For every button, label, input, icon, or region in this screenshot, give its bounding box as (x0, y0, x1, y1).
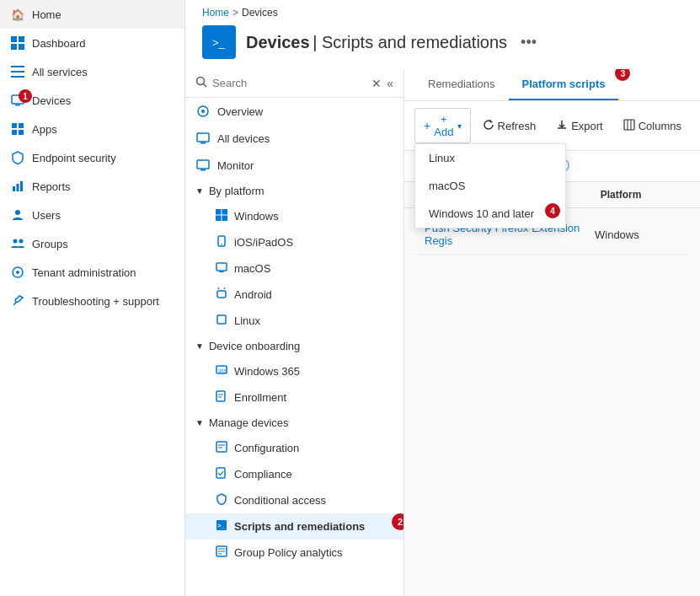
columns-button[interactable]: Columns (615, 115, 690, 137)
tab-platform-scripts[interactable]: Platform scripts 3 (509, 69, 619, 100)
sidebar-item-tenant-administration[interactable]: Tenant administration (0, 258, 184, 287)
nav-ios-ipados[interactable]: iOS/iPadOS (185, 229, 403, 255)
nav-compliance-label: Compliance (234, 468, 292, 481)
nav-enrollment[interactable]: Enrollment (185, 384, 403, 411)
search-input[interactable] (212, 77, 366, 89)
nav-macos[interactable]: macOS (185, 255, 403, 282)
tab-platform-scripts-label: Platform scripts (522, 78, 606, 90)
sidebar-item-users[interactable]: Users (0, 201, 184, 229)
sidebar-item-devices[interactable]: Devices 1 (0, 86, 184, 115)
more-options-icon[interactable]: ••• (521, 34, 537, 51)
page-header: >_ Devices | Scripts and remediations ••… (185, 22, 700, 69)
sidebar-label-home: Home (32, 8, 61, 21)
sidebar-item-endpoint-security[interactable]: Endpoint security (0, 143, 184, 172)
nav-section-by-platform[interactable]: ▼ By platform (185, 179, 403, 203)
nav-windows[interactable]: Windows (185, 203, 403, 229)
nav-windows-365[interactable]: 365 Windows 365 (185, 358, 403, 384)
tenant-administration-icon (10, 265, 25, 280)
sidebar-item-groups[interactable]: Groups (0, 229, 184, 258)
tab-remediations[interactable]: Remediations (414, 69, 509, 100)
nav-overview[interactable]: Overview (185, 98, 403, 125)
svg-rect-5 (11, 71, 24, 72)
main-content: Home > Devices >_ Devices | Scripts and … (185, 0, 700, 596)
dropdown-macos-label: macOS (429, 180, 465, 192)
collapse-icon[interactable]: « (387, 77, 393, 90)
users-icon (10, 207, 25, 223)
svg-rect-39 (217, 291, 226, 298)
breadcrumb: Home > Devices (185, 0, 700, 22)
svg-rect-14 (17, 184, 19, 191)
add-dropdown-container: + + Add ▾ Linux macOS Windows 10 and (414, 108, 471, 143)
dropdown-linux[interactable]: Linux (415, 144, 565, 172)
dashboard-icon (10, 35, 25, 51)
svg-rect-28 (200, 142, 206, 144)
svg-rect-29 (197, 160, 209, 169)
page-title: Devices | Scripts and remediations (246, 33, 507, 52)
sidebar-label-dashboard: Dashboard (32, 37, 86, 50)
home-icon: 🏠 (10, 7, 25, 22)
content-area: ✕ « Overview All devices Moni (185, 69, 700, 596)
nav-section-manage-devices[interactable]: ▼ Manage devices (185, 411, 403, 435)
configuration-icon (216, 441, 227, 455)
svg-rect-42 (217, 315, 226, 324)
svg-rect-8 (15, 105, 20, 106)
nav-group-policy-label: Group Policy analytics (234, 546, 343, 559)
sidebar-label-troubleshooting: Troubleshooting + support (32, 295, 159, 308)
nav-configuration[interactable]: Configuration (185, 435, 403, 461)
chevron-down-icon-2: ▼ (195, 341, 204, 351)
sidebar-item-dashboard[interactable]: Dashboard (0, 29, 184, 57)
linux-icon (216, 314, 227, 328)
nav-compliance[interactable]: Compliance (185, 461, 403, 487)
svg-line-41 (224, 287, 225, 289)
nav-linux[interactable]: Linux (185, 308, 403, 334)
group-policy-icon (216, 545, 227, 560)
sidebar-item-all-services[interactable]: All services (0, 57, 184, 86)
nav-section-device-onboarding[interactable]: ▼ Device onboarding (185, 334, 403, 358)
nav-android[interactable]: Android (185, 282, 403, 308)
refresh-button[interactable]: Refresh (474, 115, 545, 137)
nav-all-devices[interactable]: All devices (185, 125, 403, 152)
nav-all-devices-label: All devices (217, 132, 270, 145)
ios-icon (216, 235, 227, 250)
breadcrumb-home[interactable]: Home (202, 7, 229, 19)
windows-icon (216, 209, 227, 223)
sidebar-item-reports[interactable]: Reports (0, 172, 184, 201)
dropdown-macos[interactable]: macOS (415, 172, 565, 200)
sidebar: 🏠 Home Dashboard All services Devices 1 … (0, 0, 185, 596)
nav-section-manage-devices-label: Manage devices (209, 416, 289, 429)
svg-point-18 (19, 239, 24, 244)
svg-point-23 (197, 78, 205, 85)
dropdown-windows-10[interactable]: Windows 10 and later 4 (415, 200, 565, 228)
svg-point-20 (16, 271, 19, 274)
compliance-icon (216, 467, 227, 481)
svg-rect-9 (12, 123, 17, 128)
table-body: Push Security Firefox Extension Regis Wi… (404, 208, 700, 596)
nav-conditional-access-label: Conditional access (234, 494, 326, 507)
chevron-down-icon-3: ▼ (195, 418, 204, 427)
svg-rect-15 (20, 181, 23, 191)
sidebar-label-tenant-administration: Tenant administration (32, 266, 136, 279)
sidebar-item-troubleshooting[interactable]: Troubleshooting + support (0, 287, 184, 315)
nav-monitor[interactable]: Monitor (185, 152, 403, 179)
toolbar: + + Add ▾ Linux macOS Windows 10 and (404, 101, 700, 151)
nav-overview-label: Overview (217, 105, 263, 118)
sidebar-item-apps[interactable]: Apps (0, 115, 184, 143)
search-icon (195, 76, 207, 90)
nav-macos-label: macOS (234, 262, 270, 275)
export-button[interactable]: Export (548, 115, 612, 137)
endpoint-security-icon (10, 150, 25, 165)
add-icon: + (424, 119, 430, 132)
nav-scripts-and-remediations[interactable]: >_ Scripts and remediations 2 (185, 513, 403, 540)
add-button[interactable]: + + Add ▾ (414, 108, 471, 143)
sidebar-item-home[interactable]: 🏠 Home (0, 0, 184, 29)
col-header-platform: Platform (601, 189, 690, 201)
nav-conditional-access[interactable]: Conditional access (185, 487, 403, 513)
nav-scripts-label: Scripts and remediations (234, 520, 365, 533)
svg-rect-2 (11, 44, 17, 50)
nav-configuration-label: Configuration (234, 442, 299, 454)
tab-annotation-badge: 3 (615, 69, 630, 81)
nav-group-policy-analytics[interactable]: Group Policy analytics (185, 540, 403, 566)
nav-windows-365-label: Windows 365 (234, 365, 300, 378)
search-clear-icon[interactable]: ✕ (371, 77, 382, 90)
page-title-main: Devices (246, 33, 310, 51)
